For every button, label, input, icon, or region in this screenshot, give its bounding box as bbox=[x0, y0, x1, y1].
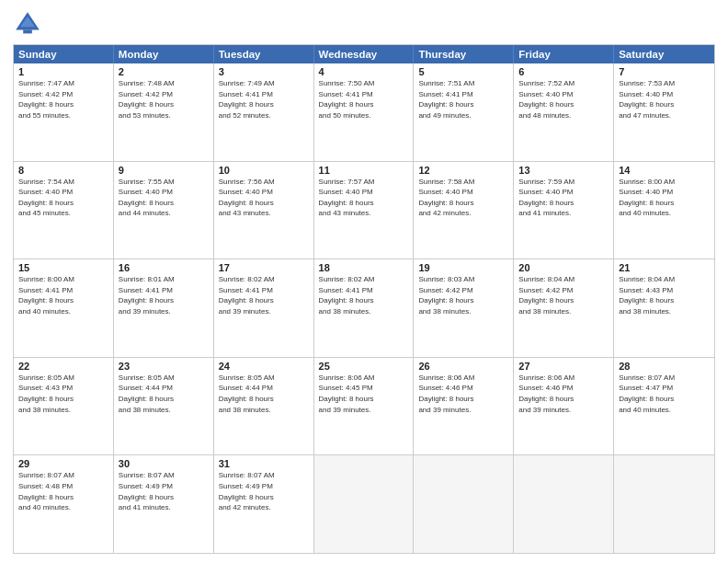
day-number: 17 bbox=[219, 262, 309, 273]
day-info: Sunrise: 8:05 AMSunset: 4:44 PMDaylight:… bbox=[219, 373, 309, 415]
day-info: Sunrise: 7:52 AMSunset: 4:40 PMDaylight:… bbox=[518, 78, 609, 121]
day-cell-21: 21Sunrise: 8:04 AMSunset: 4:43 PMDayligh… bbox=[614, 259, 714, 357]
day-number: 1 bbox=[18, 66, 108, 77]
day-number: 12 bbox=[418, 165, 508, 176]
day-number: 15 bbox=[18, 262, 108, 273]
day-cell-6: 6Sunrise: 7:52 AMSunset: 4:40 PMDaylight… bbox=[514, 63, 614, 161]
day-info: Sunrise: 7:59 AMSunset: 4:40 PMDaylight:… bbox=[518, 177, 609, 219]
day-number: 16 bbox=[119, 262, 209, 273]
day-info: Sunrise: 8:00 AMSunset: 4:40 PMDaylight:… bbox=[619, 177, 710, 219]
day-number: 2 bbox=[119, 66, 209, 77]
day-number: 20 bbox=[518, 262, 609, 273]
day-number: 19 bbox=[418, 262, 508, 273]
day-cell-13: 13Sunrise: 7:59 AMSunset: 4:40 PMDayligh… bbox=[514, 162, 614, 259]
empty-cell bbox=[514, 455, 614, 553]
day-info: Sunrise: 8:02 AMSunset: 4:41 PMDaylight:… bbox=[219, 274, 309, 316]
day-cell-11: 11Sunrise: 7:57 AMSunset: 4:40 PMDayligh… bbox=[314, 162, 415, 259]
day-info: Sunrise: 7:55 AMSunset: 4:40 PMDaylight:… bbox=[119, 177, 209, 219]
empty-cell bbox=[314, 455, 415, 553]
day-cell-9: 9Sunrise: 7:55 AMSunset: 4:40 PMDaylight… bbox=[114, 162, 214, 259]
day-info: Sunrise: 8:07 AMSunset: 4:49 PMDaylight:… bbox=[119, 470, 209, 512]
day-cell-28: 28Sunrise: 8:07 AMSunset: 4:47 PMDayligh… bbox=[614, 358, 714, 455]
day-number: 14 bbox=[619, 165, 710, 176]
empty-cell bbox=[414, 455, 514, 553]
svg-rect-2 bbox=[23, 29, 32, 33]
header-day-sunday: Sunday bbox=[14, 45, 114, 63]
day-number: 13 bbox=[518, 165, 609, 176]
day-number: 7 bbox=[619, 66, 710, 77]
day-number: 21 bbox=[619, 262, 710, 273]
day-cell-30: 30Sunrise: 8:07 AMSunset: 4:49 PMDayligh… bbox=[114, 455, 214, 553]
day-info: Sunrise: 8:07 AMSunset: 4:48 PMDaylight:… bbox=[18, 470, 108, 512]
day-info: Sunrise: 8:05 AMSunset: 4:43 PMDaylight:… bbox=[18, 373, 108, 415]
day-cell-15: 15Sunrise: 8:00 AMSunset: 4:41 PMDayligh… bbox=[14, 259, 114, 357]
day-info: Sunrise: 8:07 AMSunset: 4:49 PMDaylight:… bbox=[219, 470, 309, 512]
day-info: Sunrise: 8:06 AMSunset: 4:45 PMDaylight:… bbox=[319, 373, 409, 415]
page: SundayMondayTuesdayWednesdayThursdayFrid… bbox=[0, 0, 728, 563]
day-cell-14: 14Sunrise: 8:00 AMSunset: 4:40 PMDayligh… bbox=[614, 162, 714, 259]
day-number: 5 bbox=[418, 66, 508, 77]
logo-icon bbox=[13, 9, 42, 39]
header-day-monday: Monday bbox=[114, 45, 214, 63]
day-info: Sunrise: 7:49 AMSunset: 4:41 PMDaylight:… bbox=[219, 78, 309, 121]
day-number: 10 bbox=[219, 165, 309, 176]
day-cell-8: 8Sunrise: 7:54 AMSunset: 4:40 PMDaylight… bbox=[14, 162, 114, 259]
day-number: 31 bbox=[219, 458, 309, 469]
day-number: 29 bbox=[18, 458, 108, 469]
header-day-wednesday: Wednesday bbox=[314, 45, 415, 63]
day-number: 23 bbox=[119, 361, 209, 372]
header-day-friday: Friday bbox=[514, 45, 614, 63]
day-cell-16: 16Sunrise: 8:01 AMSunset: 4:41 PMDayligh… bbox=[114, 259, 214, 357]
day-cell-25: 25Sunrise: 8:06 AMSunset: 4:45 PMDayligh… bbox=[314, 358, 415, 455]
calendar-row-1: 1Sunrise: 7:47 AMSunset: 4:42 PMDaylight… bbox=[14, 63, 714, 161]
day-cell-18: 18Sunrise: 8:02 AMSunset: 4:41 PMDayligh… bbox=[314, 259, 415, 357]
calendar-row-3: 15Sunrise: 8:00 AMSunset: 4:41 PMDayligh… bbox=[14, 259, 714, 357]
day-cell-10: 10Sunrise: 7:56 AMSunset: 4:40 PMDayligh… bbox=[214, 162, 314, 259]
day-number: 28 bbox=[619, 361, 710, 372]
header bbox=[13, 9, 715, 39]
header-day-tuesday: Tuesday bbox=[214, 45, 314, 63]
calendar-row-5: 29Sunrise: 8:07 AMSunset: 4:48 PMDayligh… bbox=[14, 454, 714, 553]
calendar-row-4: 22Sunrise: 8:05 AMSunset: 4:43 PMDayligh… bbox=[14, 357, 714, 455]
calendar-header: SundayMondayTuesdayWednesdayThursdayFrid… bbox=[14, 45, 714, 63]
day-cell-2: 2Sunrise: 7:48 AMSunset: 4:42 PMDaylight… bbox=[114, 63, 214, 161]
day-cell-22: 22Sunrise: 8:05 AMSunset: 4:43 PMDayligh… bbox=[14, 358, 114, 455]
day-number: 6 bbox=[518, 66, 609, 77]
day-info: Sunrise: 8:07 AMSunset: 4:47 PMDaylight:… bbox=[619, 373, 710, 415]
day-cell-17: 17Sunrise: 8:02 AMSunset: 4:41 PMDayligh… bbox=[214, 259, 314, 357]
day-info: Sunrise: 7:47 AMSunset: 4:42 PMDaylight:… bbox=[18, 78, 108, 121]
day-number: 11 bbox=[319, 165, 409, 176]
day-cell-5: 5Sunrise: 7:51 AMSunset: 4:41 PMDaylight… bbox=[414, 63, 514, 161]
day-cell-20: 20Sunrise: 8:04 AMSunset: 4:42 PMDayligh… bbox=[514, 259, 614, 357]
calendar: SundayMondayTuesdayWednesdayThursdayFrid… bbox=[13, 44, 715, 554]
day-info: Sunrise: 8:03 AMSunset: 4:42 PMDaylight:… bbox=[418, 274, 508, 316]
day-cell-31: 31Sunrise: 8:07 AMSunset: 4:49 PMDayligh… bbox=[214, 455, 314, 553]
day-info: Sunrise: 7:57 AMSunset: 4:40 PMDaylight:… bbox=[319, 177, 409, 219]
calendar-row-2: 8Sunrise: 7:54 AMSunset: 4:40 PMDaylight… bbox=[14, 161, 714, 259]
day-info: Sunrise: 7:51 AMSunset: 4:41 PMDaylight:… bbox=[418, 78, 508, 121]
day-info: Sunrise: 7:54 AMSunset: 4:40 PMDaylight:… bbox=[18, 177, 108, 219]
day-cell-1: 1Sunrise: 7:47 AMSunset: 4:42 PMDaylight… bbox=[14, 63, 114, 161]
day-number: 9 bbox=[119, 165, 209, 176]
day-info: Sunrise: 8:06 AMSunset: 4:46 PMDaylight:… bbox=[418, 373, 508, 415]
day-info: Sunrise: 8:04 AMSunset: 4:43 PMDaylight:… bbox=[619, 274, 710, 316]
day-info: Sunrise: 8:04 AMSunset: 4:42 PMDaylight:… bbox=[518, 274, 609, 316]
day-cell-23: 23Sunrise: 8:05 AMSunset: 4:44 PMDayligh… bbox=[114, 358, 214, 455]
day-cell-26: 26Sunrise: 8:06 AMSunset: 4:46 PMDayligh… bbox=[414, 358, 514, 455]
day-info: Sunrise: 8:05 AMSunset: 4:44 PMDaylight:… bbox=[119, 373, 209, 415]
day-number: 3 bbox=[219, 66, 309, 77]
day-number: 18 bbox=[319, 262, 409, 273]
day-cell-19: 19Sunrise: 8:03 AMSunset: 4:42 PMDayligh… bbox=[414, 259, 514, 357]
day-cell-3: 3Sunrise: 7:49 AMSunset: 4:41 PMDaylight… bbox=[214, 63, 314, 161]
day-info: Sunrise: 7:48 AMSunset: 4:42 PMDaylight:… bbox=[119, 78, 209, 121]
calendar-body: 1Sunrise: 7:47 AMSunset: 4:42 PMDaylight… bbox=[14, 63, 714, 553]
day-info: Sunrise: 8:00 AMSunset: 4:41 PMDaylight:… bbox=[18, 274, 108, 316]
day-number: 30 bbox=[119, 458, 209, 469]
header-day-thursday: Thursday bbox=[414, 45, 514, 63]
day-info: Sunrise: 7:58 AMSunset: 4:40 PMDaylight:… bbox=[418, 177, 508, 219]
day-info: Sunrise: 8:01 AMSunset: 4:41 PMDaylight:… bbox=[119, 274, 209, 316]
header-day-saturday: Saturday bbox=[614, 45, 714, 63]
day-info: Sunrise: 7:56 AMSunset: 4:40 PMDaylight:… bbox=[219, 177, 309, 219]
empty-cell bbox=[614, 455, 714, 553]
day-cell-24: 24Sunrise: 8:05 AMSunset: 4:44 PMDayligh… bbox=[214, 358, 314, 455]
